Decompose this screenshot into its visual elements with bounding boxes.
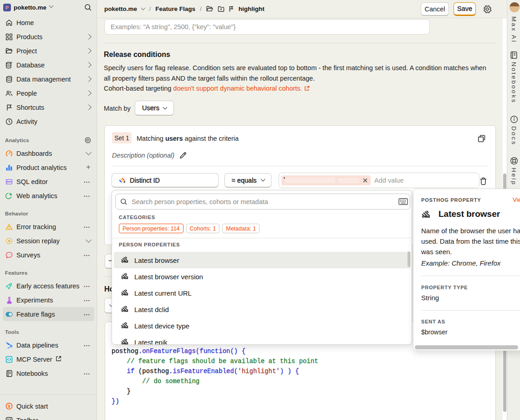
svg-text:5: 5 (8, 404, 10, 409)
